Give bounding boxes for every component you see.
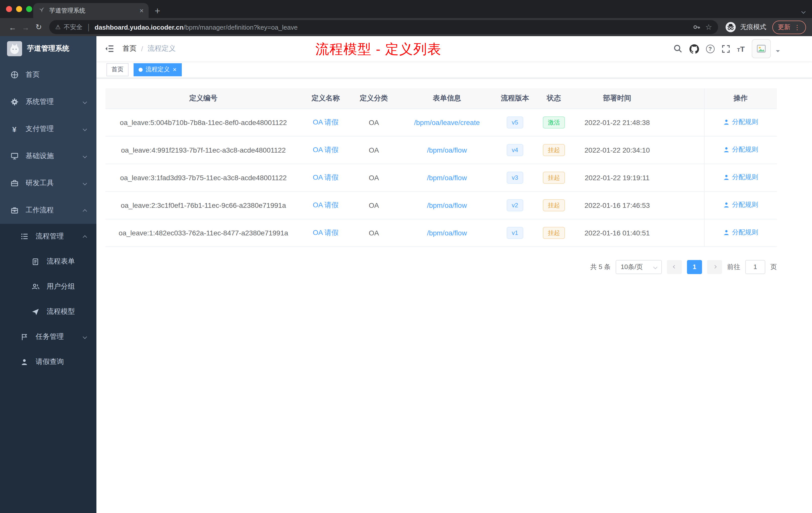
sidebar-item-home[interactable]: 首页 [0,61,96,88]
update-button[interactable]: 更新 ⋮ [772,20,806,34]
window-controls [6,6,32,12]
gear-icon [10,98,19,106]
tab-title: 芋道管理系统 [49,6,136,15]
sidebar-item-devtools[interactable]: 研发工具 [0,170,96,197]
cell-definition-id: oa_leave:1:482ec033-762a-11ec-8477-a2380… [106,219,301,246]
sidebar-item-workflow[interactable]: 工作流程 [0,197,96,224]
breadcrumb-home[interactable]: 首页 [122,44,137,53]
tag-home[interactable]: 首页 [107,63,128,76]
close-tab-icon[interactable]: × [140,7,144,14]
assign-rule-button[interactable]: 分配规则 [723,173,758,182]
sidebar-item-process-model[interactable]: 流程模型 [0,299,96,324]
sidebar-item-leave-query[interactable]: 请假查询 [0,350,96,374]
minimize-window-button[interactable] [16,6,22,12]
sidebar-item-process-management[interactable]: 流程管理 [0,224,96,249]
new-tab-button[interactable]: + [155,6,160,16]
page-size-select[interactable]: 10条/页 [616,260,662,274]
app-window: 芋道管理系统 首页 系统管理 ¥ 支付管理 [0,36,812,513]
chevron-down-icon [83,154,87,158]
reload-icon[interactable]: ↻ [32,23,45,32]
address-bar[interactable]: ⚠ 不安全 | dashboard.yudao.iocoder.cn/bpm/m… [49,20,718,34]
browser-toolbar: ← → ↻ ⚠ 不安全 | dashboard.yudao.iocoder.cn… [0,18,812,36]
sidebar-item-task-management[interactable]: 任务管理 [0,324,96,350]
page-unit-label: 页 [770,262,777,271]
browser-menu-icon[interactable]: ⋮ [794,23,801,31]
list-icon [20,233,29,240]
definition-name-link[interactable]: OA 请假 [313,173,339,181]
page-1-button[interactable]: 1 [687,260,702,274]
status-badge: 挂起 [543,199,565,211]
font-size-icon[interactable]: TT [737,44,745,53]
broken-image-icon [757,44,766,53]
close-icon[interactable]: × [173,66,176,73]
version-badge: v5 [507,116,523,128]
favicon [38,6,45,15]
column-status: 状态 [534,88,574,109]
table-header-row: 定义编号 定义名称 定义分类 表单信息 流程版本 状态 部署时间 操作 [106,88,777,109]
prev-page-button[interactable] [667,260,682,274]
search-icon[interactable] [673,44,682,53]
assign-rule-button[interactable]: 分配规则 [723,201,758,210]
assign-rule-button[interactable]: 分配规则 [723,118,758,127]
sidebar-item-payment[interactable]: ¥ 支付管理 [0,116,96,143]
avatar[interactable] [752,39,771,58]
fullscreen-icon[interactable] [721,44,730,53]
person-icon [20,358,29,366]
back-icon[interactable]: ← [6,23,19,31]
tab-search-icon[interactable] [802,6,805,15]
definition-name-link[interactable]: OA 请假 [313,145,339,153]
chevron-down-icon [83,335,87,339]
person-icon [723,230,730,236]
annotation-title: 流程模型 - 定义列表 [315,40,441,58]
key-icon[interactable] [692,23,700,31]
form-info-link[interactable]: /bpm/oa/leave/create [414,118,480,126]
chevron-down-icon [83,100,87,104]
next-page-button[interactable] [707,260,722,274]
cell-deploy-time: 2022-01-16 17:46:53 [574,191,660,219]
forward-icon[interactable]: → [19,23,32,31]
form-info-link[interactable]: /bpm/oa/flow [427,201,467,209]
users-icon [31,282,40,291]
definition-name-link[interactable]: OA 请假 [313,201,339,209]
paper-plane-icon [31,308,40,315]
assign-rule-button[interactable]: 分配规则 [723,145,758,154]
cell-definition-id: oa_leave:5:004b710b-7b8a-11ec-8ef0-acde4… [106,109,301,136]
dashboard-icon [10,71,19,79]
column-operation: 操作 [704,88,777,109]
hamburger-icon[interactable] [105,44,115,54]
sidebar-item-user-group[interactable]: 用户分组 [0,274,96,299]
bookmark-star-icon[interactable]: ☆ [705,23,712,32]
chevron-down-icon[interactable] [776,50,780,54]
chevron-down-icon [653,265,658,269]
column-spacer [660,88,704,109]
close-window-button[interactable] [6,6,12,12]
maximize-window-button[interactable] [26,6,32,12]
definition-name-link[interactable]: OA 请假 [313,228,339,236]
sidebar-item-infra[interactable]: 基础设施 [0,143,96,170]
goto-page-input[interactable] [745,260,765,274]
cell-definition-id: oa_leave:2:3c1f0ef1-76b1-11ec-9c66-a2380… [106,191,301,219]
definition-name-link[interactable]: OA 请假 [313,118,339,126]
status-badge: 挂起 [543,172,565,183]
form-info-link[interactable]: /bpm/oa/flow [427,146,467,154]
sidebar-logo[interactable]: 芋道管理系统 [0,36,96,61]
form-info-link[interactable]: /bpm/oa/flow [427,174,467,181]
page-content: 定义编号 定义名称 定义分类 表单信息 流程版本 状态 部署时间 操作 [96,78,812,513]
sidebar-item-system[interactable]: 系统管理 [0,88,96,116]
github-icon[interactable] [689,44,699,54]
assign-rule-button[interactable]: 分配规则 [723,228,758,237]
workflow-submenu: 流程管理 流程表单 用户分组 [0,224,96,513]
pagination: 共 5 条 10条/页 1 前往 页 [106,260,777,274]
column-definition-id: 定义编号 [106,88,301,109]
column-definition-name: 定义名称 [301,88,350,109]
help-icon[interactable]: ? [706,44,714,53]
tag-process-definition[interactable]: 流程定义 × [134,63,181,76]
briefcase-icon [10,206,19,214]
status-badge: 挂起 [543,227,565,239]
version-badge: v4 [507,144,523,156]
browser-tab[interactable]: 芋道管理系统 × [33,3,149,18]
table-row: oa_leave:2:3c1f0ef1-76b1-11ec-9c66-a2380… [106,191,777,219]
column-definition-category: 定义分类 [350,88,398,109]
form-info-link[interactable]: /bpm/oa/flow [427,229,467,237]
sidebar-item-process-form[interactable]: 流程表单 [0,249,96,274]
